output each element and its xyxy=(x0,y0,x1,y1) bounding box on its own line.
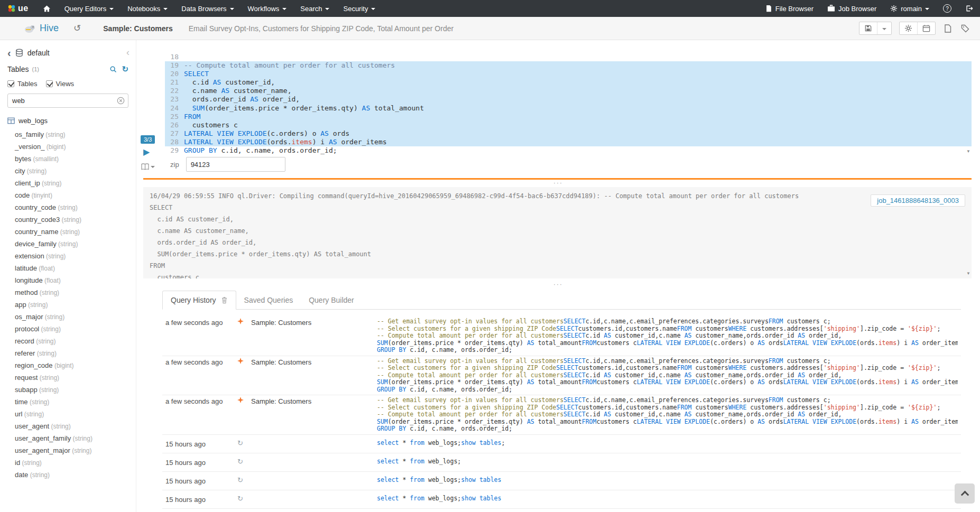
history-row[interactable]: a few seconds agoSample: Customers-- Get… xyxy=(162,395,961,435)
column-item[interactable]: os_major (string) xyxy=(15,311,136,323)
nav-file-browser[interactable]: File Browser xyxy=(759,0,820,17)
column-item[interactable]: user_agent_major (string) xyxy=(15,444,136,457)
nav-data-browsers[interactable]: Data Browsers xyxy=(174,0,241,17)
history-row[interactable]: 15 hours ago↻select * from web_logs;show… xyxy=(162,509,961,512)
column-item[interactable]: longitude (float) xyxy=(15,274,136,286)
hive-app-link[interactable]: Hive xyxy=(40,23,59,34)
column-item[interactable]: user_agent (string) xyxy=(15,420,136,432)
column-item[interactable]: country_code (string) xyxy=(15,201,136,213)
log-resize-handle[interactable]: ··· xyxy=(136,181,980,185)
column-item[interactable]: device_family (string) xyxy=(15,238,136,250)
table-search-input[interactable] xyxy=(7,94,128,108)
history-row[interactable]: 15 hours ago↻select * from web_logs;show… xyxy=(162,472,961,490)
nav-query-editors[interactable]: Query Editors xyxy=(58,0,121,17)
column-item[interactable]: url (string) xyxy=(15,408,136,420)
column-item[interactable]: country_name (string) xyxy=(15,226,136,238)
column-item[interactable]: id (string) xyxy=(15,457,136,469)
tags-button[interactable] xyxy=(960,23,970,34)
hue-logo[interactable]: ue xyxy=(0,0,36,17)
logout-button[interactable] xyxy=(958,0,980,17)
sql-editor[interactable]: 1819-- Compute total amount per order fo… xyxy=(165,53,972,156)
column-item[interactable]: referer (string) xyxy=(15,347,136,359)
tab-query-history[interactable]: Query History xyxy=(162,291,236,310)
help-button[interactable]: ? xyxy=(936,0,958,17)
search-icon[interactable] xyxy=(109,66,117,73)
new-document-button[interactable] xyxy=(943,23,953,34)
column-item[interactable]: extension (string) xyxy=(15,250,136,262)
save-dropdown-button[interactable] xyxy=(877,22,891,34)
editor-line[interactable]: 19-- Compute total amount per order for … xyxy=(165,61,972,70)
column-item[interactable]: protocol (string) xyxy=(15,323,136,335)
refresh-icon[interactable]: ↻ xyxy=(122,64,128,74)
views-filter[interactable]: Views xyxy=(46,80,74,88)
column-item[interactable]: date (string) xyxy=(15,469,136,481)
functions-panel-toggle[interactable] xyxy=(141,163,155,170)
history-row[interactable]: 15 hours ago↻select * from web_logs; xyxy=(162,453,961,472)
nav-job-browser[interactable]: Job Browser xyxy=(820,0,883,17)
job-link[interactable]: job_1461888648136_0003 xyxy=(871,194,965,207)
editor-scroll-down-icon[interactable]: ▼ xyxy=(966,149,970,154)
nav-user-menu[interactable]: romain xyxy=(883,0,936,17)
column-item[interactable]: city (string) xyxy=(15,165,136,177)
clear-history-icon[interactable] xyxy=(221,296,228,304)
editor-line[interactable]: 18 xyxy=(165,53,972,61)
tables-checkbox[interactable] xyxy=(7,80,14,87)
column-item[interactable]: region_code (bigint) xyxy=(15,359,136,371)
history-row[interactable]: a few seconds agoSample: Customers-- Get… xyxy=(162,356,961,396)
log-scroll-down-icon[interactable]: ▼ xyxy=(966,271,970,276)
clear-search-icon[interactable] xyxy=(117,97,125,105)
history-row[interactable]: 15 hours ago↻select * from web_logs;show… xyxy=(162,490,961,509)
nav-security[interactable]: Security xyxy=(336,0,382,17)
settings-button[interactable] xyxy=(900,22,917,34)
tab-saved-queries[interactable]: Saved Queries xyxy=(236,291,301,309)
column-item[interactable]: request (string) xyxy=(15,371,136,384)
scroll-top-button[interactable] xyxy=(955,483,975,504)
column-item[interactable]: user_agent_family (string) xyxy=(15,432,136,444)
column-item[interactable]: bytes (smallint) xyxy=(15,153,136,165)
editor-line[interactable]: 20SELECT xyxy=(165,70,972,78)
editor-line[interactable]: 26 customers c xyxy=(165,121,972,129)
column-item[interactable]: country_code3 (string) xyxy=(15,213,136,226)
column-item[interactable]: client_ip (string) xyxy=(15,177,136,189)
column-item[interactable]: _version_ (bigint) xyxy=(15,141,136,153)
results-resize-handle[interactable]: ··· xyxy=(136,282,980,287)
column-item[interactable]: time (string) xyxy=(15,396,136,408)
nav-notebooks[interactable]: Notebooks xyxy=(121,0,174,17)
editor-line[interactable]: 29GROUP BY c.id, c.name, ords.order_id; xyxy=(165,146,972,155)
editor-line[interactable]: 25FROM xyxy=(165,113,972,121)
line-number: 19 xyxy=(165,61,184,70)
column-item[interactable]: method (string) xyxy=(15,286,136,299)
column-item[interactable]: record (string) xyxy=(15,335,136,347)
home-button[interactable] xyxy=(36,0,58,17)
editor-line[interactable]: 22 c.name AS customer_name, xyxy=(165,87,972,95)
nav-workflows[interactable]: Workflows xyxy=(241,0,294,17)
recent-queries-icon[interactable]: ↺ xyxy=(73,23,81,34)
caret-down-icon xyxy=(163,8,168,10)
tables-filter[interactable]: Tables xyxy=(7,80,38,88)
editor-line[interactable]: 28LATERAL VIEW EXPLODE(ords.items) i AS … xyxy=(165,138,972,146)
save-button[interactable] xyxy=(859,22,877,34)
column-item[interactable]: subapp (string) xyxy=(15,384,136,396)
views-checkbox-label: Views xyxy=(56,80,74,88)
tab-query-builder[interactable]: Query Builder xyxy=(301,291,362,309)
column-item[interactable]: latitude (float) xyxy=(15,262,136,274)
column-item[interactable]: code (tinyint) xyxy=(15,189,136,201)
column-item[interactable]: os_family (string) xyxy=(15,128,136,141)
editor-line[interactable]: 21 c.id AS customer_id, xyxy=(165,78,972,87)
editor-line[interactable]: 24 SUM(order_items.price * order_items.q… xyxy=(165,104,972,113)
editor-line[interactable]: 23 ords.order_id AS order_id, xyxy=(165,95,972,104)
table-item-web-logs[interactable]: web_logs xyxy=(0,111,136,127)
variable-zip-input[interactable] xyxy=(186,157,285,172)
nav-search[interactable]: Search xyxy=(293,0,336,17)
editor-line[interactable]: 27LATERAL VIEW EXPLODE(c.orders) o AS or… xyxy=(165,129,972,138)
collapse-assist-icon[interactable]: ‹ xyxy=(126,47,130,58)
back-icon[interactable]: ‹ xyxy=(7,49,11,57)
execute-button[interactable]: ▶ xyxy=(143,148,150,156)
schedule-button[interactable] xyxy=(917,22,935,34)
views-checkbox[interactable] xyxy=(46,80,53,87)
history-row[interactable]: a few seconds agoSample: Customers-- Get… xyxy=(162,316,961,356)
column-type: (string) xyxy=(49,423,71,430)
database-name[interactable]: default xyxy=(27,49,50,57)
history-row[interactable]: 15 hours ago↻select * from web_logs;show… xyxy=(162,435,961,453)
column-item[interactable]: app (string) xyxy=(15,299,136,311)
